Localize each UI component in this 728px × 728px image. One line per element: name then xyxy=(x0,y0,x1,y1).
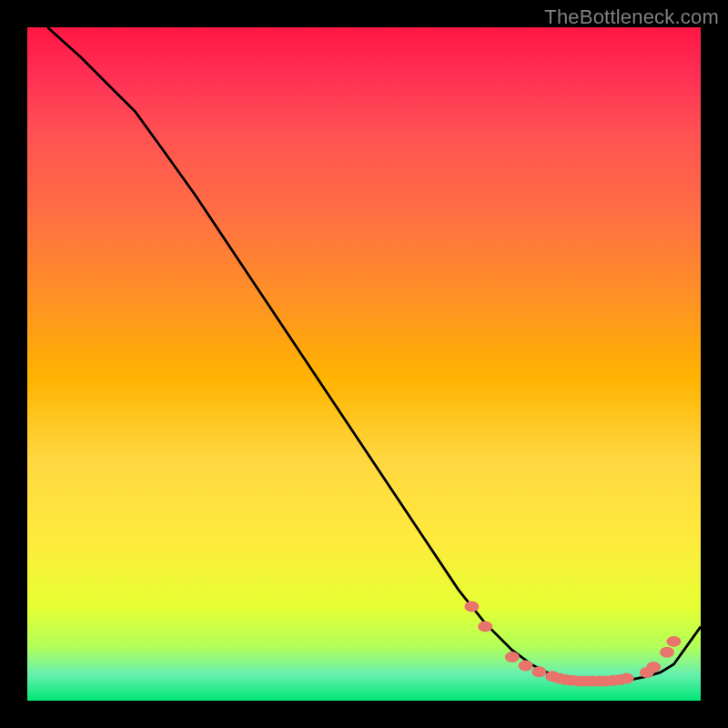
data-marker xyxy=(620,673,634,684)
data-marker xyxy=(531,666,546,677)
data-marker xyxy=(478,622,492,632)
chart-svg xyxy=(27,27,701,701)
markers-group xyxy=(464,601,681,686)
data-marker xyxy=(505,652,520,662)
watermark-text: TheBottleneck.com xyxy=(544,5,719,29)
curve-path xyxy=(47,27,701,682)
data-marker xyxy=(666,636,681,647)
data-marker xyxy=(646,662,661,672)
data-marker xyxy=(660,647,674,658)
data-marker xyxy=(464,601,479,612)
plot-area xyxy=(27,27,701,701)
data-marker xyxy=(519,661,533,672)
chart-container: TheBottleneck.com xyxy=(0,0,728,728)
